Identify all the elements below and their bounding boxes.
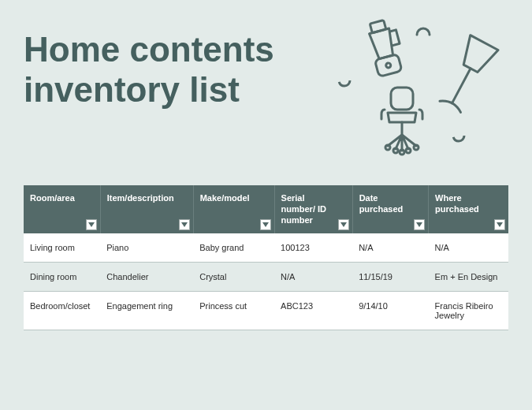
blender-icon bbox=[359, 16, 414, 87]
col-header-room: Room/area bbox=[24, 185, 100, 233]
page-title: Home contents inventory list bbox=[24, 30, 339, 110]
svg-point-9 bbox=[406, 148, 411, 153]
accent-circle-icon bbox=[335, 71, 354, 90]
lamp-icon bbox=[430, 32, 500, 126]
svg-point-12 bbox=[453, 130, 464, 141]
cell-room: Living room bbox=[24, 233, 100, 263]
accent-arc-icon bbox=[414, 24, 433, 43]
table-row: Dining room Chandelier Crystal N/A 11/15… bbox=[24, 263, 508, 292]
filter-button-make[interactable] bbox=[260, 219, 271, 230]
cell-where: N/A bbox=[429, 233, 508, 263]
chevron-down-icon bbox=[416, 222, 422, 227]
cell-item: Chandelier bbox=[100, 263, 193, 292]
col-label: Make/model bbox=[200, 193, 264, 204]
svg-point-7 bbox=[414, 145, 419, 150]
col-header-make: Make/model bbox=[193, 185, 274, 233]
filter-button-serial[interactable] bbox=[338, 219, 349, 230]
cell-where: Francis Ribeiro Jewelry bbox=[429, 292, 508, 330]
col-label: Date purchased bbox=[359, 193, 423, 215]
filter-button-room[interactable] bbox=[86, 219, 97, 230]
table-row: Bedroom/closet Engagement ring Princess … bbox=[24, 292, 508, 330]
cell-make: Princess cut bbox=[193, 292, 274, 330]
col-label: Where purchased bbox=[435, 193, 504, 215]
svg-point-6 bbox=[385, 145, 390, 150]
cell-date: 9/14/10 bbox=[352, 292, 428, 330]
chair-icon bbox=[370, 83, 433, 158]
cell-serial: 100123 bbox=[274, 233, 352, 263]
header-area: Home contents inventory list bbox=[0, 0, 532, 185]
svg-point-11 bbox=[339, 75, 350, 86]
col-label: Room/area bbox=[30, 193, 89, 204]
chevron-down-icon bbox=[262, 222, 269, 227]
chevron-down-icon bbox=[88, 222, 95, 227]
col-header-serial: Serial number/ ID number bbox=[274, 185, 352, 233]
cell-item: Engagement ring bbox=[100, 292, 193, 330]
col-header-where: Where purchased bbox=[429, 185, 508, 233]
cell-make: Crystal bbox=[193, 263, 274, 292]
chevron-down-icon bbox=[497, 222, 503, 227]
filter-button-where[interactable] bbox=[494, 219, 505, 230]
chevron-down-icon bbox=[340, 222, 347, 227]
filter-button-item[interactable] bbox=[179, 219, 190, 230]
cell-room: Bedroom/closet bbox=[24, 292, 100, 330]
col-label: Item/description bbox=[107, 193, 188, 204]
inventory-table: Room/area Item/description Make/model bbox=[24, 185, 508, 330]
chevron-down-icon bbox=[181, 222, 188, 227]
table-header-row: Room/area Item/description Make/model bbox=[24, 185, 508, 233]
svg-line-3 bbox=[452, 69, 471, 103]
cell-room: Dining room bbox=[24, 263, 100, 292]
svg-point-8 bbox=[393, 148, 398, 153]
decor-illustration bbox=[327, 16, 516, 166]
cell-item: Piano bbox=[100, 233, 193, 263]
svg-point-2 bbox=[385, 62, 391, 68]
accent-circle-icon bbox=[449, 126, 468, 145]
cell-serial: ABC123 bbox=[274, 292, 352, 330]
col-header-date: Date purchased bbox=[352, 185, 428, 233]
inventory-table-container: Room/area Item/description Make/model bbox=[0, 185, 532, 330]
cell-make: Baby grand bbox=[193, 233, 274, 263]
cell-date: 11/15/19 bbox=[352, 263, 428, 292]
svg-rect-4 bbox=[391, 88, 413, 110]
table-row: Living room Piano Baby grand 100123 N/A … bbox=[24, 233, 508, 263]
cell-serial: N/A bbox=[274, 263, 352, 292]
cell-date: N/A bbox=[352, 233, 428, 263]
svg-point-10 bbox=[400, 150, 404, 155]
col-header-item: Item/description bbox=[100, 185, 193, 233]
filter-button-date[interactable] bbox=[414, 219, 425, 230]
cell-where: Em + En Design bbox=[429, 263, 508, 292]
